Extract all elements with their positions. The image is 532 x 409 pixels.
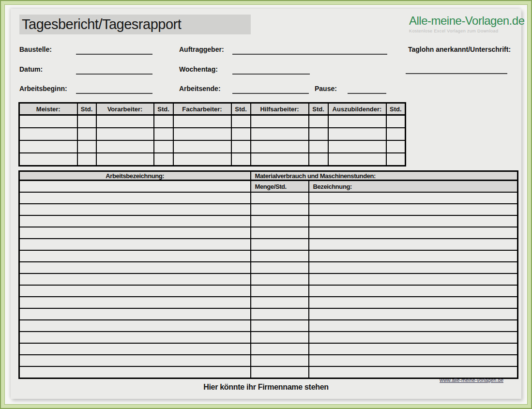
- empty-cell: [309, 273, 518, 285]
- logo-brand-text: Alle-meine-Vorlagen.de: [409, 14, 523, 28]
- empty-cell: [309, 285, 518, 297]
- empty-cell: [251, 366, 309, 379]
- empty-cell: [251, 192, 309, 204]
- table-row: [19, 115, 406, 128]
- field-arbeitsbeginn-line[interactable]: [76, 93, 152, 94]
- empty-cell: [251, 215, 309, 227]
- empty-cell: [77, 140, 96, 153]
- personnel-header-row: Meister: Std. Vorarbeiter: Std. Facharbe…: [19, 103, 406, 115]
- empty-cell: [231, 153, 251, 166]
- col-header-arbeitsbezeichnung: Arbeitsbezeichnung:: [19, 171, 251, 181]
- field-baustelle-line[interactable]: [76, 54, 152, 55]
- empty-cell: [251, 320, 309, 332]
- label-arbeitsende: Arbeitsende:: [179, 85, 221, 92]
- empty-cell: [251, 140, 309, 153]
- table-row: [19, 332, 518, 343]
- personnel-table: Meister: Std. Vorarbeiter: Std. Facharbe…: [18, 102, 406, 167]
- footer-company-placeholder: Hier könnte ihr Firmenname stehen: [11, 383, 521, 392]
- empty-cell: [386, 140, 406, 153]
- field-unterschrift-line[interactable]: [406, 73, 507, 74]
- col-header-auszubildender: Auszubildender:: [328, 103, 386, 115]
- empty-cell: [309, 355, 518, 366]
- empty-cell: [19, 215, 251, 227]
- table-row: [19, 297, 518, 308]
- empty-cell: [251, 239, 309, 250]
- field-wochentag-line[interactable]: [232, 74, 310, 75]
- table-row: [19, 239, 518, 250]
- col-header-hilfsarbeiter: Hilfsarbeiter:: [251, 103, 309, 115]
- label-taglohn-unterschrift: Taglohn anerkannt/Unterschrift:: [408, 45, 511, 53]
- work-table: Arbeitsbezeichnung: Materialverbrauch un…: [18, 170, 518, 379]
- empty-cell: [19, 128, 77, 140]
- table-row: [19, 285, 518, 297]
- table-row: [19, 355, 518, 366]
- table-row: [19, 262, 518, 273]
- page-title: Tagesbericht/Tagesrapport: [19, 15, 251, 34]
- field-datum-line[interactable]: [76, 74, 152, 75]
- empty-cell: [96, 128, 154, 140]
- label-auftraggeber: Auftraggeber:: [179, 45, 224, 53]
- col-subheader-menge-std: Menge/Std.: [251, 181, 309, 193]
- empty-cell: [328, 128, 386, 140]
- table-row: [19, 273, 518, 285]
- empty-cell: [328, 115, 386, 128]
- empty-cell: [309, 115, 328, 128]
- empty-cell: [251, 355, 309, 366]
- document-page: Tagesbericht/Tagesrapport Alle-meine-Vor…: [11, 9, 521, 399]
- table-row: [19, 320, 518, 332]
- empty-cell: [309, 239, 518, 250]
- empty-cell: [173, 153, 231, 166]
- empty-cell: [251, 128, 309, 140]
- empty-cell: [19, 355, 251, 366]
- empty-cell: [309, 308, 518, 320]
- field-auftraggeber-line[interactable]: [232, 54, 387, 55]
- col-header-vorarbeiter: Vorarbeiter:: [96, 103, 154, 115]
- empty-cell: [19, 308, 251, 320]
- empty-cell: [19, 343, 251, 355]
- empty-cell: [154, 153, 173, 166]
- empty-cell: [154, 128, 173, 140]
- col-header-std-4: Std.: [309, 103, 328, 115]
- footer-website-link[interactable]: www.alle-meine-vorlagen.de: [440, 377, 503, 383]
- empty-cell: [231, 128, 251, 140]
- empty-cell: [19, 262, 251, 273]
- empty-cell: [309, 250, 518, 262]
- empty-cell: [19, 250, 251, 262]
- empty-cell: [19, 140, 77, 153]
- field-arbeitsende-line[interactable]: [232, 93, 309, 94]
- work-table-body: [19, 192, 518, 379]
- empty-cell: [386, 115, 406, 128]
- col-header-std-1: Std.: [77, 103, 96, 115]
- empty-cell: [328, 140, 386, 153]
- empty-cell: [19, 227, 251, 239]
- col-header-meister: Meister:: [19, 103, 77, 115]
- empty-cell: [251, 250, 309, 262]
- logo: Alle-meine-Vorlagen.de Kostenlose Excel …: [409, 14, 523, 33]
- label-datum: Datum:: [19, 65, 43, 73]
- empty-cell: [231, 140, 251, 153]
- empty-cell: [251, 308, 309, 320]
- label-arbeitsbeginn: Arbeitsbeginn:: [19, 85, 67, 92]
- empty-cell: [309, 215, 518, 227]
- empty-cell: [19, 192, 251, 204]
- table-row: [19, 308, 518, 320]
- table-row: [19, 227, 518, 239]
- field-pause-line[interactable]: [348, 93, 386, 94]
- empty-cell: [173, 128, 231, 140]
- empty-cell: [19, 332, 251, 343]
- table-row: [19, 215, 518, 227]
- table-row: [19, 250, 518, 262]
- empty-cell: [309, 227, 518, 239]
- empty-cell: [19, 297, 251, 308]
- col-header-facharbeiter: Facharbeiter:: [173, 103, 231, 115]
- empty-cell: [309, 262, 518, 273]
- empty-cell: [19, 153, 77, 166]
- col-subheader-bezeichnung: Bezeichnung:: [309, 181, 518, 193]
- empty-cell: [19, 366, 251, 379]
- empty-cell: [77, 115, 96, 128]
- empty-cell: [328, 153, 386, 166]
- table-row: [19, 204, 518, 215]
- empty-cell: [19, 115, 77, 128]
- table-row: [19, 366, 518, 379]
- title-highlight: Tagesbericht/Tagesrapport: [19, 15, 251, 34]
